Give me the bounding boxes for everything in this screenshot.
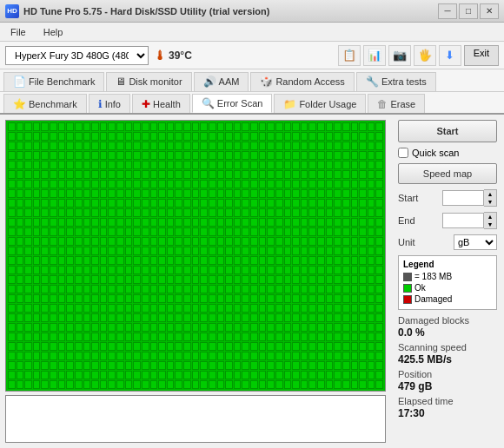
grid-cell <box>66 208 74 217</box>
tab-file-benchmark[interactable]: 📄 File Benchmark <box>3 72 104 91</box>
grid-cell <box>250 342 258 351</box>
maximize-button[interactable]: □ <box>459 3 478 19</box>
grid-cell <box>125 227 133 236</box>
grid-cell <box>308 132 316 141</box>
grid-cell <box>301 361 308 370</box>
tab-erase[interactable]: 🗑 Erase <box>368 94 425 113</box>
tab-health[interactable]: ✚ Health <box>132 94 190 113</box>
tab-extra-tests[interactable]: 🔧 Extra tests <box>356 72 436 91</box>
chart-icon-btn[interactable]: 📊 <box>363 45 386 66</box>
menu-file[interactable]: File <box>3 25 33 39</box>
grid-cell <box>167 256 175 265</box>
grid-cell <box>192 208 200 217</box>
grid-cell <box>217 266 225 274</box>
start-spin-down[interactable]: ▼ <box>484 198 496 206</box>
grid-cell <box>225 266 233 274</box>
grid-cell <box>317 333 325 341</box>
grid-cell <box>242 380 249 389</box>
camera-icon-btn[interactable]: 📷 <box>388 45 411 66</box>
grid-cell <box>8 266 16 274</box>
grid-cell <box>150 323 158 332</box>
grid-cell <box>359 122 367 131</box>
grid-cell <box>225 208 233 217</box>
grid-cell <box>24 247 32 255</box>
grid-cell <box>83 380 91 389</box>
grid-cell <box>217 256 225 265</box>
grid-cell <box>66 151 74 160</box>
grid-cell <box>133 313 141 322</box>
grid-cell <box>108 380 116 389</box>
grid-cell <box>75 132 83 141</box>
hand-icon-btn[interactable]: 🖐 <box>414 45 436 66</box>
exit-button[interactable]: Exit <box>464 45 499 66</box>
grid-cell <box>225 132 233 141</box>
grid-cell <box>17 380 24 389</box>
grid-cell <box>66 361 74 370</box>
grid-cell <box>292 361 300 370</box>
grid-cell <box>83 313 91 322</box>
grid-cell <box>359 142 367 150</box>
grid-cell <box>167 352 175 360</box>
end-spin-up[interactable]: ▲ <box>484 213 496 221</box>
start-input[interactable]: 0 <box>442 190 484 206</box>
grid-cell <box>41 142 49 150</box>
grid-cell <box>275 161 283 169</box>
grid-cell <box>301 199 308 208</box>
grid-cell <box>200 256 208 265</box>
grid-cell <box>183 275 191 284</box>
download-icon-btn[interactable]: ⬇ <box>439 45 461 66</box>
grid-cell <box>17 122 24 131</box>
grid-cell <box>217 285 225 293</box>
grid-cell <box>66 237 74 246</box>
grid-cell <box>133 227 141 236</box>
grid-cell <box>175 275 182 284</box>
grid-cell <box>225 161 233 169</box>
close-button[interactable]: ✕ <box>480 3 499 19</box>
unit-selector[interactable]: MB gB <box>454 234 497 250</box>
grid-cell <box>192 151 200 160</box>
grid-cell <box>142 151 149 160</box>
tab-benchmark[interactable]: ⭐ Benchmark <box>3 94 87 113</box>
position-label: Position <box>398 369 497 379</box>
grid-cell <box>225 199 233 208</box>
start-button[interactable]: Start <box>398 120 497 142</box>
grid-cell <box>375 333 383 341</box>
grid-cell <box>359 285 367 293</box>
grid-cell <box>200 294 208 303</box>
grid-cell <box>24 313 32 322</box>
grid-cell <box>41 237 49 246</box>
grid-cell <box>33 333 41 341</box>
quick-scan-label[interactable]: Quick scan <box>412 148 459 158</box>
tab-aam[interactable]: 🔊 AAM <box>194 72 249 91</box>
grid-cell <box>317 122 325 131</box>
end-input[interactable]: 480 <box>442 213 484 228</box>
grid-cell <box>200 285 208 293</box>
tab-disk-monitor[interactable]: 🖥 Disk monitor <box>106 72 191 91</box>
grid-cell <box>150 333 158 341</box>
grid-cell <box>75 122 83 131</box>
minimize-button[interactable]: ─ <box>438 3 457 19</box>
menu-help[interactable]: Help <box>36 25 70 39</box>
tab-random-access[interactable]: 🎲 Random Access <box>250 72 354 91</box>
grid-cell <box>17 361 24 370</box>
start-spin-up[interactable]: ▲ <box>484 190 496 198</box>
drive-selector[interactable]: HyperX Fury 3D 480G (480 gB) <box>5 46 149 65</box>
grid-cell <box>158 208 166 217</box>
info-icon-btn[interactable]: 📋 <box>338 45 361 66</box>
grid-cell <box>41 227 49 236</box>
tab-folder-usage[interactable]: 📁 Folder Usage <box>274 94 366 113</box>
grid-cell <box>342 180 350 188</box>
quick-scan-checkbox[interactable] <box>398 148 408 158</box>
tab-info[interactable]: ℹ Info <box>89 94 130 113</box>
grid-cell <box>301 122 308 131</box>
grid-cell <box>301 256 308 265</box>
tab-error-scan[interactable]: 🔍 Error Scan <box>192 94 273 113</box>
grid-cell <box>58 266 66 274</box>
grid-cell <box>242 266 249 274</box>
grid-cell <box>8 361 16 370</box>
speed-map-button[interactable]: Speed map <box>398 163 497 184</box>
grid-cell <box>217 237 225 246</box>
grid-cell <box>250 132 258 141</box>
end-spin-down[interactable]: ▼ <box>484 221 496 228</box>
grid-cell <box>116 161 124 169</box>
